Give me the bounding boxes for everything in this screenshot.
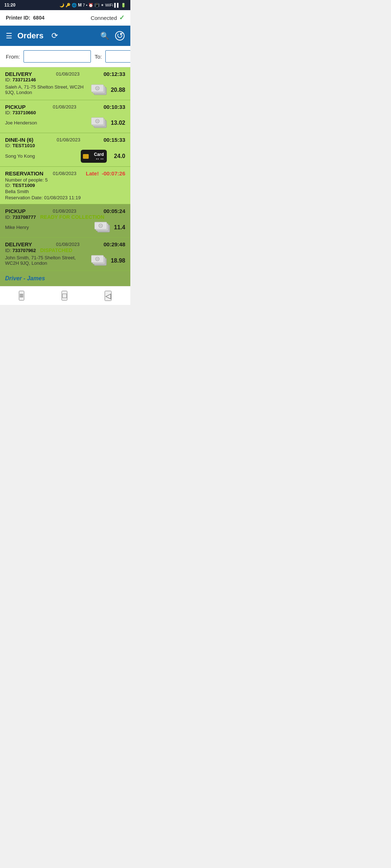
order-address: Saleh A, 71-75 Shelton Street, WC2H 9JQ,…: [5, 84, 88, 95]
alarm-icon: ⏰: [88, 3, 93, 8]
bottom-menu-icon: ≡: [20, 292, 24, 300]
order-id: ID: 733708777 READY FOR COLLECTION: [5, 214, 125, 220]
order-amount: 24.0: [114, 153, 125, 159]
order-amount: 18.98: [111, 258, 125, 264]
search-icon: 🔍: [100, 31, 109, 40]
bottom-home-icon: □: [62, 292, 67, 300]
order-date: 01/08/2023: [53, 104, 76, 110]
order-time: 00:15:33: [104, 137, 125, 143]
search-button[interactable]: 🔍: [100, 31, 109, 40]
number-icon: 7: [83, 3, 85, 7]
cash-payment-icon: [91, 255, 107, 267]
page-title: Orders: [17, 31, 43, 41]
filter-row: From: To:: [0, 46, 130, 67]
order-id: ID: 733707962 DISPATCHED: [5, 247, 125, 253]
order-card-reservation-1[interactable]: RESERVATION 01/08/2023 Late! -00:07:26 N…: [0, 167, 130, 204]
order-card-pickup-1[interactable]: PICKUP 01/08/2023 00:10:33 ID: 733710660…: [0, 100, 130, 133]
order-date: 01/08/2023: [53, 171, 76, 176]
order-type: DINE-IN (6): [5, 137, 33, 143]
order-customer: Mike Henry: [5, 225, 91, 230]
people-count: Number of people: 5: [5, 177, 125, 183]
order-customer: Bella Smith: [5, 189, 125, 194]
key-icon: 🔑: [66, 3, 71, 8]
card-chip: [83, 154, 89, 159]
status-icons: 🌙 🔑 🌐 M 7 • ⏰ 📳 ✶ WiFi ▌▌ 🔋: [59, 3, 126, 8]
printer-id-label: Printer ID: 6804: [6, 15, 45, 21]
order-type: DELIVERY: [5, 241, 32, 247]
order-date: 01/08/2023: [57, 137, 80, 142]
order-type: DELIVERY: [5, 71, 32, 77]
svg-rect-7: [91, 118, 104, 125]
orders-list: DELIVERY 01/08/2023 00:12:33 ID: 7337121…: [0, 67, 130, 286]
order-card-delivery-1[interactable]: DELIVERY 01/08/2023 00:12:33 ID: 7337121…: [0, 67, 130, 100]
bluetooth-icon: ✶: [101, 3, 104, 8]
order-type: PICKUP: [5, 104, 26, 110]
order-type: RESERVATION: [5, 170, 43, 176]
order-amount: 20.88: [111, 87, 125, 93]
card-label: Card: [94, 152, 104, 157]
cash-payment-icon: [91, 117, 107, 129]
order-time: 00:10:33: [104, 104, 125, 110]
globe-icon: 🌐: [72, 3, 77, 8]
order-id: ID: TEST1009: [5, 183, 125, 188]
status-bar: 11:20 🌙 🔑 🌐 M 7 • ⏰ 📳 ✶ WiFi ▌▌ 🔋: [0, 0, 130, 10]
order-type: PICKUP: [5, 208, 26, 214]
order-id: ID: 733712146: [5, 77, 125, 82]
battery-icon: 🔋: [121, 3, 126, 8]
moon-icon: 🌙: [59, 3, 64, 8]
hamburger-icon: ☰: [6, 31, 12, 40]
bottom-home-button[interactable]: □: [62, 291, 67, 301]
cash-payment-icon: [94, 221, 110, 234]
signal-icon: ▌▌: [114, 3, 120, 7]
vibrate-icon: 📳: [94, 3, 100, 8]
late-label: Late!: [86, 170, 99, 176]
bottom-back-icon: ◁: [105, 292, 111, 300]
refresh-button[interactable]: ↺: [115, 31, 125, 41]
refresh-icon: ↺: [115, 31, 125, 41]
from-input[interactable]: [24, 50, 91, 63]
driver-info: Driver - James: [0, 271, 130, 286]
order-card-dinein-1[interactable]: DINE-IN (6) 01/08/2023 00:15:33 ID: TEST…: [0, 133, 130, 167]
order-time: 00:12:33: [104, 71, 125, 77]
order-customer: Song Yo Kong: [5, 153, 77, 159]
order-date: 01/08/2023: [56, 71, 80, 77]
order-id: ID: 733710660: [5, 110, 125, 115]
check-icon: ✓: [119, 14, 125, 22]
late-time: -00:07:26: [102, 170, 125, 176]
menu-button[interactable]: ☰: [6, 31, 12, 40]
bottom-back-button[interactable]: ◁: [105, 291, 112, 301]
order-time: 00:05:24: [104, 208, 125, 214]
bottom-nav: ≡ □ ◁: [0, 286, 130, 305]
driver-label: Driver - James: [5, 275, 45, 281]
sync-button[interactable]: ⟳: [51, 31, 58, 41]
card-payment-icon: Card •• ••: [81, 150, 107, 163]
order-date: 01/08/2023: [56, 242, 80, 247]
order-card-pickup-2[interactable]: PICKUP 01/08/2023 00:05:24 ID: 733708777…: [0, 204, 130, 238]
gmail-icon: M: [78, 3, 81, 8]
to-label: To:: [94, 54, 102, 60]
card-dots: •• ••: [96, 157, 104, 161]
svg-rect-2: [91, 85, 104, 92]
app-header: ☰ Orders ⟳ 🔍 ↺: [0, 26, 130, 46]
order-amount: 11.4: [114, 224, 125, 231]
order-amount: 13.02: [111, 120, 125, 126]
sync-icon: ⟳: [51, 31, 58, 41]
dot-icon: •: [86, 3, 88, 7]
svg-rect-17: [91, 255, 104, 263]
order-customer: Joe Henderson: [5, 120, 88, 125]
status-time: 11:20: [4, 3, 16, 8]
svg-rect-12: [94, 222, 107, 229]
reservation-date: Reservation Date: 01/08/2023 11:19: [5, 195, 125, 200]
cash-payment-icon: [91, 84, 107, 96]
printer-bar: Printer ID: 6804 Connected ✓: [0, 10, 130, 26]
bottom-menu-button[interactable]: ≡: [19, 291, 25, 301]
order-address: John Smith, 71-75 Shelton Street, WC2H 9…: [5, 255, 88, 266]
from-label: From:: [6, 54, 20, 60]
order-card-delivery-2[interactable]: DELIVERY 01/08/2023 00:29:48 ID: 7337079…: [0, 238, 130, 271]
ready-badge: READY FOR COLLECTION: [40, 214, 104, 220]
to-input[interactable]: [105, 50, 130, 63]
order-id: ID: TEST1010: [5, 143, 125, 148]
connection-status: Connected ✓: [91, 14, 125, 22]
order-date: 01/08/2023: [53, 208, 76, 214]
dispatched-badge: DISPATCHED: [40, 247, 72, 253]
